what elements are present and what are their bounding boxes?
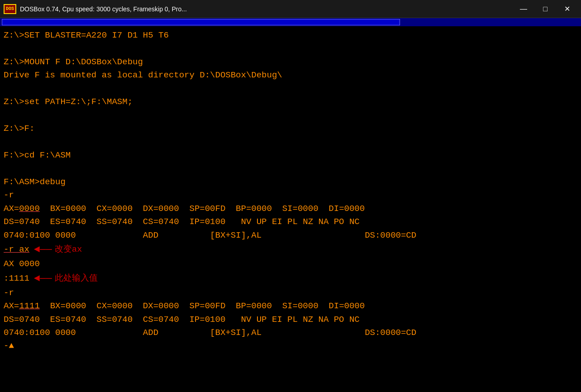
line-switch-f: Z:\>F: xyxy=(4,122,577,135)
line-cd-cmd: F:\>cd F:\ASM xyxy=(4,149,577,162)
window-controls: — □ ✕ xyxy=(513,3,577,15)
line-regs4: AX=1111 BX=0000 CX=0000 DX=0000 SP=00FD … xyxy=(4,300,577,313)
close-button[interactable]: ✕ xyxy=(557,3,577,15)
line-regs3: 0740:0100 0000 ADD [BX+SI],AL DS:0000=CD xyxy=(4,229,577,242)
progress-area xyxy=(0,18,581,26)
line-regs5: DS=0740 ES=0740 SS=0740 CS=0740 IP=0100 … xyxy=(4,313,577,326)
line-blank2 xyxy=(4,82,577,96)
arrow-icon-1: ◄—— xyxy=(34,242,52,258)
line-blank3 xyxy=(4,109,577,122)
app-icon: DOS xyxy=(4,4,16,14)
line-r-cmd2: -r xyxy=(4,287,577,300)
line-blank1 xyxy=(4,42,577,55)
line-input-val: :1111 ◄—— 此处输入值 xyxy=(4,271,577,287)
line-mount-result: Drive F is mounted as local directory D:… xyxy=(4,69,577,82)
line-blaster: Z:\>SET BLASTER=A220 I7 D1 H5 T6 xyxy=(4,29,577,42)
line-r-cmd: -r xyxy=(4,189,577,202)
line-r-ax: -r ax ◄—— 改变ax xyxy=(4,242,577,258)
line-regs2: DS=0740 ES=0740 SS=0740 CS=0740 IP=0100 … xyxy=(4,215,577,229)
line-debug-cmd: F:\ASM>debug xyxy=(4,176,577,189)
line-set-path: Z:\>set PATH=Z:\;F:\MASM; xyxy=(4,96,577,109)
line-mount-cmd: Z:\>MOUNT F D:\DOSBox\Debug xyxy=(4,56,577,69)
line-ax-val: AX 0000 xyxy=(4,258,577,271)
cursor-line: -▲ xyxy=(4,339,577,353)
window-title: DOSBox 0.74, Cpu speed: 3000 cycles, Fra… xyxy=(20,5,513,13)
line-regs1: AX=0000 BX=0000 CX=0000 DX=0000 SP=00FD … xyxy=(4,202,577,215)
arrow-icon-2: ◄—— xyxy=(34,271,52,287)
line-blank5 xyxy=(4,162,577,175)
app-icon-text: DOS xyxy=(6,7,14,11)
minimize-button[interactable]: — xyxy=(513,3,534,15)
titlebar: DOS DOSBox 0.74, Cpu speed: 3000 cycles,… xyxy=(0,0,581,18)
annotation-input-val: 此处输入值 xyxy=(55,272,98,285)
maximize-button[interactable]: □ xyxy=(535,3,556,15)
line-regs6: 0740:0100 0000 ADD [BX+SI],AL DS:0000=CD xyxy=(4,326,577,339)
progress-bar xyxy=(2,19,400,25)
annotation-change-ax: 改变ax xyxy=(55,243,82,256)
terminal-output: Z:\>SET BLASTER=A220 I7 D1 H5 T6 Z:\>MOU… xyxy=(0,26,581,392)
line-blank4 xyxy=(4,136,577,149)
